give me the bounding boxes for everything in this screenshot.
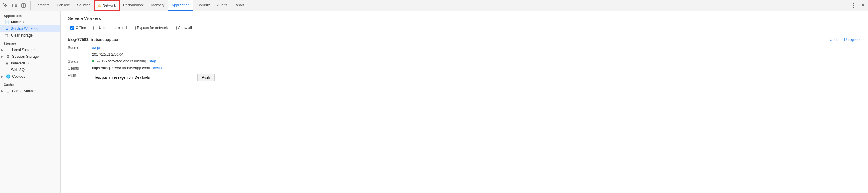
close-icon[interactable]: ✕ [859, 1, 867, 9]
tab-security-label: Security [197, 3, 210, 7]
sidebar-item-session-storage-label: Session Storage [12, 55, 58, 59]
bypass-for-network-label[interactable]: Bypass for network [137, 26, 168, 30]
sidebar-item-web-sql[interactable]: ⊞ Web SQL [0, 67, 60, 73]
show-all-item[interactable]: Show all [173, 26, 192, 30]
sidebar-item-clear-storage-label: Clear storage [11, 33, 58, 37]
main-layout: Application 📄 Manifest ⚙ Service Workers… [0, 11, 868, 193]
session-storage-arrow-icon: ▶ [1, 55, 4, 58]
tab-network[interactable]: ⚠Network [94, 0, 120, 11]
tab-application-label: Application [172, 3, 189, 7]
sidebar-item-web-sql-label: Web SQL [11, 68, 58, 72]
offline-checkbox[interactable] [70, 26, 74, 30]
tab-elements-label: Elements [34, 3, 49, 7]
indexeddb-icon: ⊞ [5, 61, 9, 65]
update-on-reload-item[interactable]: Update on reload [93, 26, 126, 30]
device-toggle-icon[interactable] [10, 1, 19, 10]
sw-entry: blog-77588.firebaseapp.com Update Unregi… [68, 37, 861, 82]
stop-link[interactable]: stop [149, 59, 156, 63]
source-link[interactable]: sw.js [92, 45, 100, 50]
cache-storage-icon: ⊞ [6, 89, 10, 93]
content-area: Service Workers Offline Update on reload… [61, 11, 868, 193]
clients-value: https://blog-77588.firebaseapp.com/ focu… [92, 66, 861, 70]
local-storage-arrow-icon: ▶ [1, 49, 4, 52]
unregister-link[interactable]: Unregister [844, 37, 861, 42]
tab-audits-label: Audits [217, 3, 227, 7]
push-row: Push [92, 73, 861, 82]
tab-memory[interactable]: Memory [148, 0, 168, 11]
sw-domain: blog-77588.firebaseapp.com [68, 37, 121, 42]
sidebar-item-cache-storage[interactable]: ▶ ⊞ Cache Storage [0, 88, 60, 94]
update-link[interactable]: Update [830, 37, 842, 42]
warning-icon: ⚠ [98, 3, 101, 7]
show-all-label[interactable]: Show all [178, 26, 192, 30]
local-storage-icon: ⊞ [6, 48, 10, 52]
svg-rect-0 [13, 4, 15, 7]
status-dot-icon [92, 60, 94, 62]
sidebar-item-indexeddb[interactable]: ⊞ IndexedDB [0, 60, 60, 67]
tab-application[interactable]: Application [168, 0, 193, 11]
push-button[interactable]: Push [197, 73, 215, 82]
tab-memory-label: Memory [151, 3, 164, 7]
svg-rect-1 [16, 4, 17, 7]
tab-react[interactable]: React [231, 0, 248, 11]
sidebar-section-application: Application [0, 11, 60, 19]
sidebar-item-cookies-label: Cookies [12, 74, 58, 79]
push-label: Push [68, 73, 92, 82]
tab-network-label: Network [102, 3, 116, 7]
update-on-reload-label[interactable]: Update on reload [99, 26, 126, 30]
dock-icon[interactable] [19, 1, 28, 10]
sidebar-item-local-storage[interactable]: ▶ ⊞ Local Storage [0, 46, 60, 53]
tab-audits[interactable]: Audits [213, 0, 230, 11]
service-workers-icon: ⚙ [5, 27, 9, 31]
sidebar-item-service-workers-label: Service Workers [11, 27, 58, 31]
sidebar-item-service-workers[interactable]: ⚙ Service Workers [0, 25, 60, 32]
cookies-icon: 🌐 [6, 74, 10, 79]
sidebar-item-cache-storage-label: Cache Storage [12, 89, 58, 93]
tab-performance-label: Performance [123, 3, 144, 7]
toolbar: ElementsConsoleSources⚠NetworkPerformanc… [0, 0, 868, 11]
offline-label[interactable]: Offline [76, 26, 86, 30]
sidebar-item-manifest[interactable]: 📄 Manifest [0, 19, 60, 25]
options-row: Offline Update on reload Bypass for netw… [68, 25, 861, 31]
inspect-icon[interactable] [1, 1, 10, 10]
status-value: #7056 activated and is running stop [92, 59, 861, 64]
tab-elements[interactable]: Elements [31, 0, 53, 11]
update-on-reload-checkbox[interactable] [93, 26, 97, 30]
clients-label: Clients [68, 66, 92, 70]
received-label [68, 52, 92, 57]
more-options-icon[interactable]: ⋮ [849, 1, 858, 10]
toolbar-icons [1, 1, 31, 10]
source-label: Source [68, 45, 92, 50]
session-storage-icon: ⊞ [6, 55, 10, 59]
cache-storage-arrow-icon: ▶ [1, 90, 4, 93]
manifest-icon: 📄 [5, 20, 9, 24]
cookies-arrow-icon: ▶ [1, 75, 4, 78]
web-sql-icon: ⊞ [5, 68, 9, 72]
sidebar: Application 📄 Manifest ⚙ Service Workers… [0, 11, 61, 193]
bypass-for-network-item[interactable]: Bypass for network [132, 26, 168, 30]
sw-domain-row: blog-77588.firebaseapp.com Update Unregi… [68, 37, 861, 42]
toolbar-right: ⋮ ✕ [849, 1, 867, 10]
push-input[interactable] [92, 73, 195, 82]
focus-link[interactable]: focus [153, 66, 162, 70]
sw-actions: Update Unregister [830, 37, 861, 42]
tab-performance[interactable]: Performance [120, 0, 148, 11]
tab-react-label: React [235, 3, 244, 7]
tab-sources-label: Sources [77, 3, 91, 7]
sidebar-item-local-storage-label: Local Storage [12, 48, 58, 52]
tab-sources[interactable]: Sources [73, 0, 94, 11]
bypass-for-network-checkbox[interactable] [132, 26, 135, 30]
status-text: #7056 activated and is running [97, 59, 146, 63]
show-all-checkbox[interactable] [173, 26, 177, 30]
svg-rect-2 [22, 4, 25, 7]
page-title: Service Workers [68, 16, 861, 21]
tabs: ElementsConsoleSources⚠NetworkPerformanc… [31, 0, 849, 11]
source-value: sw.js [92, 45, 861, 50]
sidebar-item-session-storage[interactable]: ▶ ⊞ Session Storage [0, 53, 60, 60]
tab-console[interactable]: Console [53, 0, 73, 11]
tab-security[interactable]: Security [193, 0, 213, 11]
sidebar-item-cookies[interactable]: ▶ 🌐 Cookies [0, 73, 60, 80]
clients-url: https://blog-77588.firebaseapp.com/ [92, 66, 150, 70]
sw-details: Source sw.js 2017/12/11 2:56:04 Status #… [68, 45, 861, 82]
sidebar-item-clear-storage[interactable]: 🗑 Clear storage [0, 32, 60, 39]
